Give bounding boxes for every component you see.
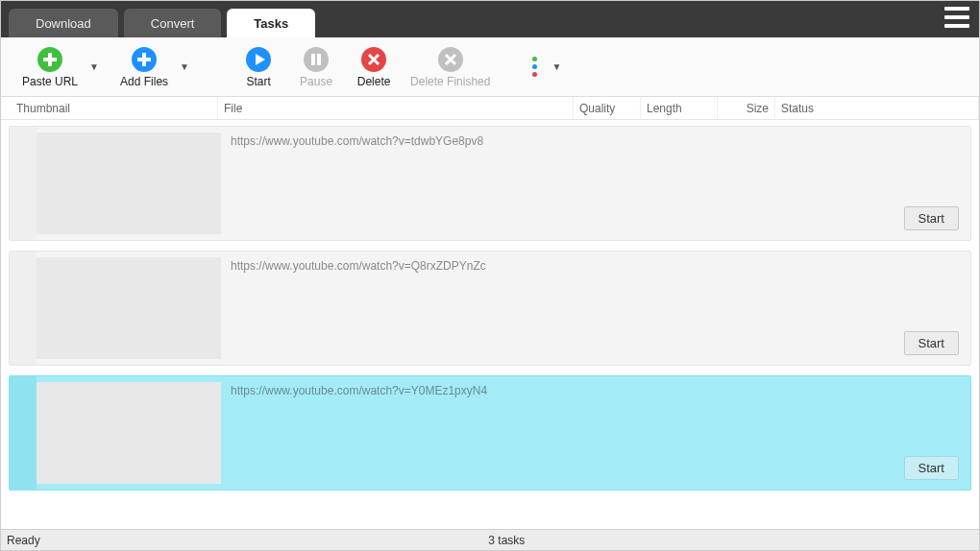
start-button[interactable]: Start <box>230 42 287 92</box>
tab-tasks-label: Tasks <box>254 16 288 31</box>
task-url: https://www.youtube.com/watch?v=Y0MEz1px… <box>231 384 487 397</box>
status-bar: Ready 3 tasks <box>1 529 979 550</box>
pause-label: Pause <box>300 75 332 88</box>
col-size[interactable]: Size <box>718 97 775 119</box>
close-circle-icon <box>437 46 464 73</box>
add-files-label: Add Files <box>120 75 168 88</box>
col-length-label: Length <box>647 102 682 115</box>
plus-circle-icon <box>131 46 158 73</box>
svg-rect-5 <box>137 58 151 61</box>
task-handle[interactable] <box>10 252 37 365</box>
add-files-caret[interactable]: ▼ <box>176 61 193 72</box>
more-options-caret[interactable]: ▼ <box>548 61 565 72</box>
tab-download[interactable]: Download <box>9 9 118 37</box>
toolbar: Paste URL ▼ Add Files ▼ Start Pause Dele… <box>1 37 979 97</box>
col-status-label: Status <box>781 102 814 115</box>
tab-tasks[interactable]: Tasks <box>227 9 315 37</box>
delete-label: Delete <box>357 75 391 88</box>
col-thumbnail[interactable]: Thumbnail <box>11 97 218 119</box>
paste-url-caret[interactable]: ▼ <box>86 61 103 72</box>
col-size-label: Size <box>747 102 769 115</box>
close-circle-icon <box>360 46 387 73</box>
task-url: https://www.youtube.com/watch?v=tdwbYGe8… <box>231 134 483 148</box>
menu-icon[interactable] <box>944 7 969 28</box>
col-file-label: File <box>224 102 242 115</box>
task-start-button[interactable]: Start <box>904 456 959 480</box>
paste-url-label: Paste URL <box>22 75 78 88</box>
task-start-label: Start <box>919 461 944 475</box>
task-handle[interactable] <box>10 376 37 490</box>
col-file[interactable]: File <box>218 97 574 119</box>
col-quality-label: Quality <box>579 102 615 115</box>
status-ready: Ready <box>7 534 40 547</box>
tab-bar: Download Convert Tasks <box>1 1 979 37</box>
task-start-button[interactable]: Start <box>904 206 959 230</box>
task-start-label: Start <box>919 336 944 350</box>
start-label: Start <box>246 75 270 88</box>
pause-icon <box>303 46 330 73</box>
column-headers: Thumbnail File Quality Length Size Statu… <box>1 97 979 120</box>
tab-convert[interactable]: Convert <box>124 9 222 37</box>
status-task-count: 3 tasks <box>40 534 973 547</box>
task-body: https://www.youtube.com/watch?v=tdwbYGe8… <box>221 127 970 240</box>
tab-download-label: Download <box>36 16 91 31</box>
task-url: https://www.youtube.com/watch?v=Q8rxZDPY… <box>231 259 486 273</box>
more-options-icon[interactable] <box>525 54 544 81</box>
delete-button[interactable]: Delete <box>345 42 403 92</box>
task-body: https://www.youtube.com/watch?v=Q8rxZDPY… <box>221 252 970 365</box>
task-row[interactable]: https://www.youtube.com/watch?v=Y0MEz1px… <box>9 375 971 491</box>
task-start-button[interactable]: Start <box>904 331 959 355</box>
svg-rect-9 <box>311 54 315 65</box>
pause-button[interactable]: Pause <box>287 42 345 92</box>
task-thumbnail <box>37 257 221 359</box>
task-thumbnail <box>37 132 221 234</box>
col-thumbnail-label: Thumbnail <box>16 102 70 115</box>
add-files-button[interactable]: Add Files <box>112 42 176 92</box>
paste-url-button[interactable]: Paste URL <box>14 42 86 92</box>
col-length[interactable]: Length <box>641 97 718 119</box>
task-handle[interactable] <box>10 127 37 240</box>
svg-point-8 <box>304 47 329 72</box>
col-quality[interactable]: Quality <box>574 97 641 119</box>
task-body: https://www.youtube.com/watch?v=Y0MEz1px… <box>221 376 970 490</box>
play-icon <box>245 46 272 73</box>
task-row[interactable]: https://www.youtube.com/watch?v=Q8rxZDPY… <box>9 251 971 366</box>
task-thumbnail <box>37 382 221 484</box>
delete-finished-label: Delete Finished <box>410 75 490 88</box>
task-list: https://www.youtube.com/watch?v=tdwbYGe8… <box>1 120 979 529</box>
tab-convert-label: Convert <box>151 16 195 31</box>
col-status[interactable]: Status <box>775 97 979 119</box>
svg-rect-10 <box>317 54 321 65</box>
task-start-label: Start <box>919 211 944 226</box>
task-row[interactable]: https://www.youtube.com/watch?v=tdwbYGe8… <box>9 126 971 241</box>
plus-circle-icon <box>37 46 63 73</box>
delete-finished-button[interactable]: Delete Finished <box>403 42 498 92</box>
svg-rect-2 <box>43 58 57 61</box>
